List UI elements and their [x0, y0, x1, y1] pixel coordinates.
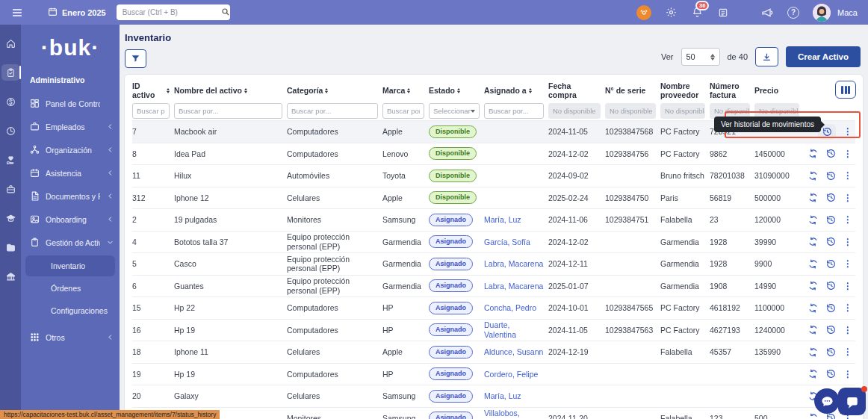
sidebar-item-gesti-n-de-activos[interactable]: Gestión de Activos [21, 231, 120, 254]
rail-clock-icon[interactable] [1, 122, 19, 139]
kebab-menu-icon[interactable]: ⋮ [843, 127, 852, 136]
assigned-employee-link[interactable]: Villalobos, Valeria [484, 409, 520, 419]
reassign-button[interactable] [807, 281, 818, 291]
filter-input-2[interactable] [287, 103, 378, 119]
sidebar-item-asistencia[interactable]: Asistencia [21, 161, 120, 184]
rail-hand-heart-icon[interactable] [1, 152, 19, 168]
assigned-employee-link[interactable]: Concha, Pedro [484, 303, 536, 312]
sort-icon[interactable] [167, 88, 170, 93]
sidebar-subitem-inventario[interactable]: Inventario [25, 255, 115, 276]
reassign-button[interactable] [807, 149, 818, 159]
kebab-menu-icon[interactable]: ⋮ [843, 215, 852, 224]
kebab-menu-icon[interactable]: ⋮ [843, 347, 852, 356]
sidebar-item-documentos-y-firma[interactable]: Documentos y Firma [21, 184, 120, 208]
assigned-employee-link[interactable]: Duarte, Valentina [484, 320, 516, 339]
global-search[interactable] [117, 4, 230, 20]
sort-icon[interactable] [244, 88, 247, 93]
history-button[interactable] [825, 302, 836, 313]
column-header-nombre-del-activo[interactable]: Nombre del activo [174, 86, 282, 95]
sidebar-item-onboarding[interactable]: Onboarding [21, 208, 120, 231]
column-settings-button[interactable] [835, 81, 856, 99]
sidebar-item-organizaci-n[interactable]: Organización [21, 138, 120, 161]
column-header-id-activo[interactable]: ID activo [132, 81, 170, 99]
gear-icon[interactable] [664, 6, 678, 19]
sort-icon[interactable] [529, 88, 532, 93]
rail-graduation-cap-icon[interactable] [1, 210, 19, 226]
bell-icon[interactable]: 36 [690, 6, 704, 19]
sort-icon[interactable] [325, 88, 328, 93]
column-header-categor-a[interactable]: Categoría [287, 86, 378, 95]
megaphone-icon[interactable] [760, 6, 774, 19]
menu-icon[interactable] [0, 7, 34, 19]
rail-bank-icon[interactable] [1, 268, 19, 285]
filter-input-1[interactable] [174, 103, 282, 119]
history-button[interactable] [825, 369, 836, 379]
sidebar-subitem-configuraciones[interactable]: Configuraciones [25, 300, 115, 321]
sidebar-item-otros[interactable]: Otros [21, 326, 120, 349]
help-icon[interactable]: ? [787, 6, 800, 19]
reassign-button[interactable] [807, 193, 818, 203]
column-header-asignado-a[interactable]: Asignado a [484, 86, 544, 95]
column-header-marca[interactable]: Marca [382, 86, 424, 95]
chat-widget-button[interactable] [838, 388, 866, 415]
history-button[interactable] [825, 325, 836, 335]
assigned-employee-link[interactable]: Labra, Macarena [484, 259, 543, 268]
orange-badge-icon[interactable] [636, 5, 651, 20]
filter-select-4[interactable]: Seleccionar [429, 103, 480, 119]
kebab-menu-icon[interactable]: ⋮ [843, 282, 852, 291]
rail-clipboard-check-icon[interactable] [1, 64, 19, 81]
assigned-employee-link[interactable]: Labra, Macarena [484, 282, 543, 291]
history-button[interactable] [825, 237, 836, 247]
assigned-employee-link[interactable]: María, Luz [484, 391, 521, 400]
filter-button[interactable] [125, 49, 146, 68]
kebab-menu-icon[interactable]: ⋮ [843, 149, 852, 158]
rail-money-icon[interactable] [1, 93, 19, 110]
kebab-menu-icon[interactable]: ⋮ [843, 326, 852, 335]
create-asset-button[interactable]: Crear Activo [786, 46, 861, 67]
rail-folder-icon[interactable] [1, 239, 19, 255]
kebab-menu-icon[interactable]: ⋮ [843, 193, 852, 202]
note-icon[interactable] [716, 6, 730, 19]
reassign-button[interactable] [807, 258, 818, 269]
filter-input-3[interactable] [382, 103, 424, 119]
assigned-employee-link[interactable]: Cordero, Felipe [484, 370, 538, 379]
history-button[interactable] [825, 214, 836, 225]
sort-icon[interactable] [457, 88, 460, 93]
history-button[interactable] [825, 193, 836, 203]
assigned-employee-link[interactable]: Aldunce, Susann [484, 347, 543, 356]
assigned-employee-link[interactable]: María, Luz [484, 215, 521, 224]
filter-input-0[interactable] [132, 103, 170, 119]
rail-lunchbox-icon[interactable] [1, 181, 19, 197]
kebab-menu-icon[interactable]: ⋮ [843, 238, 852, 246]
history-button[interactable] [825, 413, 836, 419]
reassign-button[interactable] [807, 170, 818, 181]
sort-icon[interactable] [407, 88, 410, 93]
reassign-button[interactable] [807, 302, 818, 313]
period-selector[interactable]: Enero 2025 [48, 7, 106, 18]
kebab-menu-icon[interactable]: ⋮ [843, 171, 852, 180]
page-size-select[interactable]: 50 [681, 48, 720, 66]
search-input[interactable] [123, 8, 221, 16]
user-name[interactable]: Maca [837, 8, 858, 17]
avatar[interactable] [813, 4, 831, 22]
reassign-button[interactable] [807, 413, 818, 419]
reassign-button[interactable] [807, 237, 818, 247]
reassign-button[interactable] [807, 214, 818, 225]
reassign-button[interactable] [807, 347, 818, 357]
kebab-menu-icon[interactable]: ⋮ [843, 370, 852, 379]
reassign-button[interactable] [807, 325, 818, 335]
column-header-estado[interactable]: Estado [429, 86, 480, 95]
rail-home-icon[interactable] [1, 35, 19, 52]
history-button[interactable] [825, 149, 836, 159]
kebab-menu-icon[interactable]: ⋮ [843, 303, 852, 312]
filter-input-5[interactable] [484, 103, 544, 119]
sidebar-subitem--rdenes[interactable]: Órdenes [25, 278, 115, 299]
kebab-menu-icon[interactable]: ⋮ [843, 259, 852, 268]
assigned-employee-link[interactable]: García, Sofía [484, 238, 530, 246]
sidebar-item-empleados[interactable]: Empleados [21, 115, 120, 138]
download-button[interactable] [755, 47, 778, 66]
chat-bubble-button[interactable] [814, 388, 840, 414]
history-button[interactable] [825, 258, 836, 269]
history-button[interactable] [825, 347, 836, 357]
history-button[interactable] [825, 281, 836, 291]
